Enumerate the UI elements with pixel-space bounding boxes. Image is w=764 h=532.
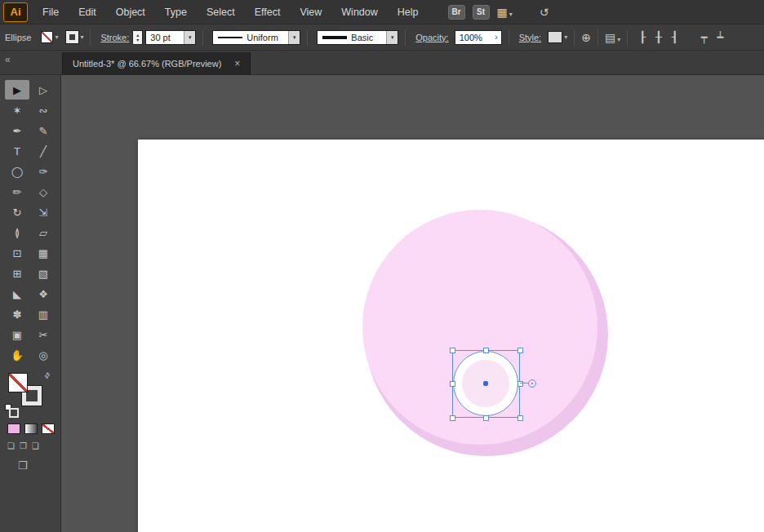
ellipse-tool[interactable]: ◯ xyxy=(5,162,29,181)
zoom-tool[interactable]: ◎ xyxy=(31,345,56,365)
style-swatch[interactable] xyxy=(548,31,562,43)
chevron-down-icon[interactable]: ▾ xyxy=(564,33,567,41)
none-button[interactable] xyxy=(42,423,55,434)
menu-edit[interactable]: Edit xyxy=(78,7,96,18)
align-vertical-top-icon[interactable]: ┯ xyxy=(701,31,708,43)
eyedropper-tool[interactable]: ◣ xyxy=(5,284,29,304)
screen-mode-button[interactable]: ❒ xyxy=(18,459,60,472)
tab-strip: « Untitled-3* @ 66.67% (RGB/Preview) × xyxy=(0,51,764,75)
selection-handle-bottom-right[interactable] xyxy=(517,415,523,421)
column-graph-tool[interactable]: ▥ xyxy=(31,304,56,324)
sync-status-icon[interactable]: ↺ xyxy=(540,6,549,19)
stroke-weight-stepper[interactable]: ▴▾ xyxy=(132,30,143,45)
brush-definition-combo[interactable]: Basic ▾ xyxy=(317,30,398,45)
menu-type[interactable]: Type xyxy=(165,7,187,18)
illustrator-window: Ai FileEditObjectTypeSelectEffectViewWin… xyxy=(0,0,764,532)
selection-handle-top-center[interactable] xyxy=(483,348,489,353)
shape-builder-tool[interactable]: ⊡ xyxy=(5,243,29,263)
globe-icon[interactable]: ⊕ xyxy=(581,31,591,44)
menu-select[interactable]: Select xyxy=(207,7,235,18)
pen-tool[interactable]: ✒ xyxy=(5,121,29,140)
fill-color-swatch[interactable] xyxy=(41,31,53,43)
selection-handle-bottom-center[interactable] xyxy=(483,415,489,421)
center-anchor-point[interactable] xyxy=(483,381,488,386)
align-horizontal-center-icon[interactable]: ╂ xyxy=(655,31,662,43)
align-horizontal-left-icon[interactable]: ┠ xyxy=(639,31,646,43)
menu-object[interactable]: Object xyxy=(116,7,145,18)
rotate-tool[interactable]: ↻ xyxy=(5,202,29,222)
document-tab[interactable]: Untitled-3* @ 66.67% (RGB/Preview) × xyxy=(62,52,251,75)
width-profile-combo[interactable]: Uniform ▾ xyxy=(212,30,300,45)
artboard-tool[interactable]: ▣ xyxy=(5,325,29,344)
separator xyxy=(90,29,91,46)
chevron-down-icon[interactable]: ▾ xyxy=(386,31,398,44)
chevron-down-icon[interactable]: ▾ xyxy=(55,33,58,41)
draw-behind-button[interactable]: ❐ xyxy=(20,441,27,450)
draw-inside-button[interactable]: ❑ xyxy=(32,441,39,450)
gradient-tool[interactable]: ▧ xyxy=(31,264,56,283)
separator xyxy=(574,29,575,46)
fill-swatch[interactable] xyxy=(8,373,28,392)
draw-mode-buttons: ❏ ❐ ❑ xyxy=(0,441,60,450)
fill-stroke-indicator: ⇄ xyxy=(0,371,60,422)
menu-view[interactable]: View xyxy=(300,7,322,18)
curvature-tool[interactable]: ✎ xyxy=(31,121,56,140)
symbol-sprayer-tool[interactable]: ✽ xyxy=(5,304,29,324)
perspective-grid-tool[interactable]: ▦ xyxy=(31,243,56,263)
selection-handle-middle-left[interactable] xyxy=(450,381,455,387)
separator xyxy=(597,29,598,46)
opacity-link[interactable]: Opacity: xyxy=(415,33,448,42)
selection-handle-bottom-left[interactable] xyxy=(450,415,455,421)
document-setup-icon[interactable]: ▤▾ xyxy=(605,31,620,44)
menu-file[interactable]: File xyxy=(42,7,59,18)
chevron-down-icon: ▾ xyxy=(509,11,513,18)
default-fill-stroke-icon[interactable] xyxy=(5,404,11,410)
mesh-tool[interactable]: ⊞ xyxy=(5,264,29,283)
color-button[interactable] xyxy=(7,423,20,434)
menu-window[interactable]: Window xyxy=(341,7,377,18)
document-tab-title: Untitled-3* @ 66.67% (RGB/Preview) xyxy=(73,59,221,69)
hand-tool[interactable]: ✋ xyxy=(5,345,29,365)
align-vertical-bottom-icon[interactable]: ┷ xyxy=(717,31,723,43)
swap-fill-stroke-icon[interactable]: ⇄ xyxy=(42,370,52,380)
blend-tool[interactable]: ❖ xyxy=(31,284,56,304)
width-tool[interactable]: ≬ xyxy=(5,223,29,242)
canvas[interactable] xyxy=(61,75,764,532)
lasso-tool[interactable]: ∾ xyxy=(31,100,56,120)
chevron-down-icon[interactable]: ▾ xyxy=(80,33,83,41)
selection-tool[interactable]: ▶ xyxy=(5,80,29,100)
chevron-down-icon[interactable]: ▾ xyxy=(288,31,300,44)
menu-help[interactable]: Help xyxy=(398,7,419,18)
stroke-link[interactable]: Stroke: xyxy=(100,33,129,42)
line-segment-tool[interactable]: ╱ xyxy=(31,141,56,161)
scale-tool[interactable]: ⇲ xyxy=(31,202,56,222)
arrange-documents-icon[interactable]: ▦▾ xyxy=(497,6,513,19)
free-transform-tool[interactable]: ▱ xyxy=(31,223,56,242)
menu-effect[interactable]: Effect xyxy=(255,7,281,18)
stock-button[interactable]: St xyxy=(473,5,490,20)
slice-tool[interactable]: ✂ xyxy=(31,325,56,344)
chevron-right-icon[interactable]: › xyxy=(491,33,500,42)
stroke-color-swatch[interactable] xyxy=(66,31,78,43)
eraser-tool[interactable]: ◇ xyxy=(31,182,56,202)
style-link[interactable]: Style: xyxy=(519,33,542,42)
shaper-tool[interactable]: ✏ xyxy=(5,182,29,202)
magic-wand-tool[interactable]: ✶ xyxy=(5,100,29,120)
gradient-button[interactable] xyxy=(24,423,38,434)
collapse-panel-icon[interactable]: « xyxy=(5,54,11,65)
width-profile-value: Uniform xyxy=(242,33,282,42)
align-horizontal-right-icon[interactable]: ┨ xyxy=(672,31,678,43)
selection-handle-top-left[interactable] xyxy=(450,348,455,353)
type-tool[interactable]: T xyxy=(5,141,29,161)
stroke-weight-combo[interactable]: 30 pt ▾ xyxy=(145,30,196,45)
chevron-down-icon[interactable]: ▾ xyxy=(184,31,195,44)
draw-normal-button[interactable]: ❏ xyxy=(7,441,15,450)
direct-selection-tool[interactable]: ▷ xyxy=(31,80,56,100)
close-tab-icon[interactable]: × xyxy=(234,58,240,69)
separator xyxy=(405,29,406,46)
paintbrush-tool[interactable]: ✑ xyxy=(31,162,56,181)
selection-handle-top-right[interactable] xyxy=(517,348,523,353)
live-shape-pie-widget[interactable] xyxy=(528,379,536,388)
opacity-field[interactable]: 100% › xyxy=(455,30,502,45)
bridge-button[interactable]: Br xyxy=(448,5,465,20)
